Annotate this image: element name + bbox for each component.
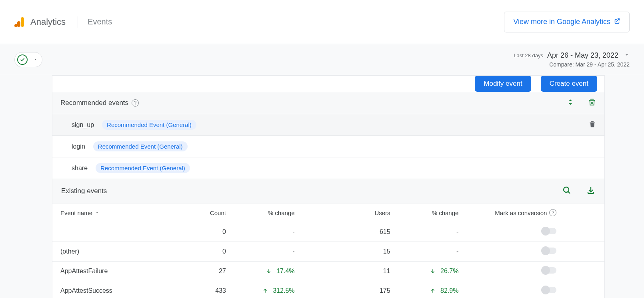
events-table: Event name ↑ Count % change Users % chan… bbox=[52, 203, 604, 298]
content-area: Modify event Create event Recommended ev… bbox=[0, 75, 644, 298]
arrow-up-icon bbox=[262, 288, 268, 294]
cell-pct-change-1: 312.5% bbox=[230, 281, 299, 298]
cell-event-name: (other) bbox=[52, 242, 174, 262]
recommended-event-name: share bbox=[72, 165, 88, 172]
existing-header: Existing events bbox=[52, 179, 604, 203]
view-more-button[interactable]: View more in Google Analytics bbox=[504, 12, 630, 32]
recommended-row-left: sign_upRecommended Event (General) bbox=[72, 120, 196, 130]
top-bar-left: Analytics Events bbox=[14, 16, 112, 28]
recommended-event-name: sign_up bbox=[72, 121, 94, 129]
col-count[interactable]: Count bbox=[174, 203, 230, 222]
brand-block: Analytics bbox=[14, 16, 66, 28]
cell-pct-change-2: - bbox=[394, 242, 463, 262]
recommended-row-left: loginRecommended Event (General) bbox=[72, 141, 188, 151]
cell-pct-change-1: - bbox=[230, 222, 299, 242]
recommended-row[interactable]: loginRecommended Event (General) bbox=[52, 136, 604, 157]
external-link-icon bbox=[614, 18, 620, 26]
analytics-logo-icon bbox=[14, 16, 26, 28]
recommended-title: Recommended events bbox=[60, 99, 128, 107]
chevron-down-icon bbox=[624, 52, 630, 59]
date-compare-label: Compare: Mar 29 - Apr 25, 2022 bbox=[514, 61, 630, 68]
download-icon[interactable] bbox=[586, 185, 596, 197]
table-row[interactable]: AppAttestFailure2717.4%1126.7% bbox=[52, 262, 604, 281]
cell-count: 0 bbox=[174, 222, 230, 242]
col-pct-change-1[interactable]: % change bbox=[230, 203, 299, 222]
cell-mark-conversion bbox=[462, 222, 560, 242]
conversion-toggle[interactable] bbox=[541, 228, 556, 234]
conversion-toggle[interactable] bbox=[541, 267, 556, 274]
existing-title: Existing events bbox=[61, 187, 107, 195]
table-row[interactable]: (other)0-15- bbox=[52, 242, 604, 262]
arrow-down-icon bbox=[266, 268, 272, 274]
cell-users: 15 bbox=[299, 242, 394, 262]
date-range-label: Last 28 days bbox=[514, 52, 543, 58]
cell-mark-conversion bbox=[462, 262, 560, 281]
expand-collapse-icon[interactable] bbox=[567, 98, 574, 108]
brand-name: Analytics bbox=[30, 17, 66, 27]
cell-pct-change-1: - bbox=[230, 242, 299, 262]
search-icon[interactable] bbox=[562, 185, 572, 197]
events-card: Modify event Create event Recommended ev… bbox=[52, 75, 605, 298]
cell-count: 0 bbox=[174, 242, 230, 262]
cell-users: 175 bbox=[299, 281, 394, 298]
date-range-value: Apr 26 - May 23, 2022 bbox=[547, 51, 618, 60]
conversion-toggle[interactable] bbox=[541, 248, 556, 254]
cell-count: 433 bbox=[174, 281, 230, 298]
col-pct-change-2[interactable]: % change bbox=[394, 203, 463, 222]
svg-rect-1 bbox=[17, 21, 20, 27]
vertical-divider bbox=[78, 16, 78, 28]
cell-mark-conversion bbox=[462, 242, 560, 262]
page-title: Events bbox=[88, 17, 112, 26]
svg-point-3 bbox=[564, 187, 569, 192]
conversion-toggle[interactable] bbox=[541, 287, 556, 293]
cell-users: 11 bbox=[299, 262, 394, 281]
recommended-event-name: login bbox=[72, 143, 85, 150]
cell-count: 27 bbox=[174, 262, 230, 281]
cell-event-name: AppAttestFailure bbox=[52, 262, 174, 281]
view-more-label: View more in Google Analytics bbox=[513, 18, 610, 26]
recommended-row[interactable]: shareRecommended Event (General) bbox=[52, 157, 604, 179]
cell-mark-conversion bbox=[462, 281, 560, 298]
cell-pct-change-1: 17.4% bbox=[230, 262, 299, 281]
cell-pct-change-2: 82.9% bbox=[394, 281, 463, 298]
col-mark-label: Mark as conversion bbox=[495, 209, 547, 216]
recommended-pill: Recommended Event (General) bbox=[102, 120, 196, 130]
card-actions: Modify event Create event bbox=[52, 76, 604, 92]
chevron-down-icon bbox=[33, 56, 38, 63]
table-row[interactable]: AppAttestSuccess433312.5%17582.9% bbox=[52, 281, 604, 298]
trash-icon[interactable] bbox=[588, 98, 596, 108]
recommended-row-left: shareRecommended Event (General) bbox=[72, 163, 190, 173]
check-circle-icon bbox=[17, 54, 28, 65]
create-event-button[interactable]: Create event bbox=[541, 76, 597, 92]
date-range-picker[interactable]: Last 28 days Apr 26 - May 23, 2022 Compa… bbox=[514, 51, 630, 68]
help-icon[interactable]: ? bbox=[549, 209, 556, 216]
trash-icon[interactable] bbox=[588, 120, 596, 130]
help-icon[interactable]: ? bbox=[132, 99, 139, 107]
cell-pct-change-2: 26.7% bbox=[394, 262, 463, 281]
modify-event-button[interactable]: Modify event bbox=[475, 76, 531, 92]
status-chip[interactable] bbox=[14, 52, 42, 67]
recommended-pill: Recommended Event (General) bbox=[96, 163, 190, 173]
col-event-name[interactable]: Event name ↑ bbox=[52, 203, 174, 222]
cell-pct-change-2: - bbox=[394, 222, 463, 242]
col-event-name-label: Event name bbox=[60, 209, 92, 216]
recommended-pill: Recommended Event (General) bbox=[93, 141, 188, 151]
arrow-down-icon bbox=[430, 268, 436, 274]
cell-event-name: AppAttestSuccess bbox=[52, 281, 174, 298]
table-row[interactable]: 0-615- bbox=[52, 222, 604, 242]
cell-users: 615 bbox=[299, 222, 394, 242]
svg-rect-0 bbox=[21, 17, 24, 27]
recommended-row[interactable]: sign_upRecommended Event (General) bbox=[52, 114, 604, 136]
recommended-header: Recommended events ? bbox=[52, 92, 604, 114]
filter-bar: Last 28 days Apr 26 - May 23, 2022 Compa… bbox=[0, 44, 644, 75]
arrow-up-icon bbox=[430, 288, 436, 294]
cell-event-name bbox=[52, 222, 174, 242]
svg-point-2 bbox=[14, 24, 18, 27]
col-users[interactable]: Users bbox=[299, 203, 394, 222]
top-bar: Analytics Events View more in Google Ana… bbox=[0, 0, 644, 44]
col-mark-conversion: Mark as conversion ? bbox=[462, 203, 560, 222]
sort-asc-icon: ↑ bbox=[96, 210, 98, 216]
